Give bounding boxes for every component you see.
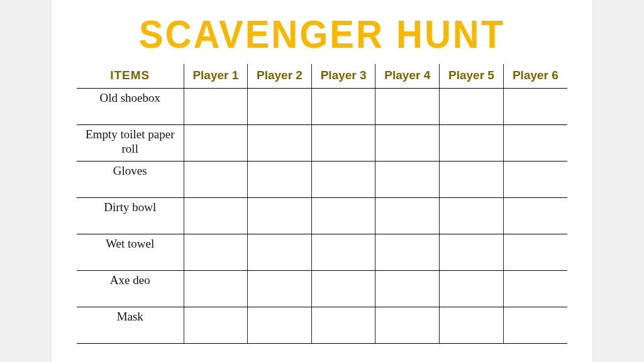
scavenger-sheet: ITEMS Player 1 Player 2 Player 3 Player …: [77, 64, 567, 344]
score-cell[interactable]: [184, 307, 248, 343]
score-cell[interactable]: [440, 124, 504, 161]
header-player-1: Player 1: [184, 64, 248, 88]
header-player-5: Player 5: [440, 64, 504, 88]
score-cell[interactable]: [248, 161, 312, 197]
item-cell: Gloves: [77, 161, 184, 197]
score-cell[interactable]: [184, 197, 248, 234]
item-cell: Mask: [77, 307, 184, 343]
document-page: SCAVENGER HUNT ITEMS Player 1 Player 2 P…: [52, 0, 592, 362]
page-title: SCAVENGER HUNT: [70, 11, 574, 57]
score-cell[interactable]: [184, 161, 248, 197]
header-player-6: Player 6: [503, 64, 567, 88]
score-cell[interactable]: [311, 234, 375, 270]
table-row: Gloves: [77, 161, 567, 197]
item-cell: Axe deo: [77, 270, 184, 307]
score-cell[interactable]: [311, 124, 375, 161]
item-cell: Wet towel: [77, 234, 184, 270]
score-cell[interactable]: [440, 234, 504, 270]
table-row: Wet towel: [77, 234, 567, 270]
score-cell[interactable]: [503, 234, 567, 270]
score-cell[interactable]: [311, 161, 375, 197]
score-cell[interactable]: [184, 124, 248, 161]
score-cell[interactable]: [503, 88, 567, 124]
score-cell[interactable]: [440, 161, 504, 197]
score-cell[interactable]: [184, 88, 248, 124]
header-player-2: Player 2: [248, 64, 312, 88]
header-items: ITEMS: [77, 64, 184, 88]
table-body: Old shoebox Empty toilet paper roll: [77, 88, 567, 343]
score-cell[interactable]: [375, 270, 440, 307]
item-cell: Old shoebox: [77, 88, 184, 124]
score-cell[interactable]: [375, 88, 440, 124]
score-cell[interactable]: [503, 270, 567, 307]
header-player-3: Player 3: [311, 64, 375, 88]
score-cell[interactable]: [311, 88, 375, 124]
score-cell[interactable]: [440, 270, 504, 307]
score-cell[interactable]: [375, 124, 440, 161]
table-row: Axe deo: [77, 270, 567, 307]
score-table: ITEMS Player 1 Player 2 Player 3 Player …: [77, 64, 567, 344]
item-cell: Empty toilet paper roll: [77, 124, 184, 161]
score-cell[interactable]: [248, 197, 312, 234]
score-cell[interactable]: [311, 307, 375, 343]
header-row: ITEMS Player 1 Player 2 Player 3 Player …: [77, 64, 567, 88]
score-cell[interactable]: [184, 270, 248, 307]
score-cell[interactable]: [503, 124, 567, 161]
table-row: Dirty bowl: [77, 197, 567, 234]
score-cell[interactable]: [311, 197, 375, 234]
score-cell[interactable]: [248, 124, 312, 161]
score-cell[interactable]: [248, 307, 312, 343]
score-cell[interactable]: [503, 307, 567, 343]
score-cell[interactable]: [375, 307, 440, 343]
header-player-4: Player 4: [375, 64, 440, 88]
score-cell[interactable]: [248, 270, 312, 307]
score-cell[interactable]: [248, 234, 312, 270]
score-cell[interactable]: [440, 307, 504, 343]
score-cell[interactable]: [311, 270, 375, 307]
score-cell[interactable]: [503, 197, 567, 234]
score-cell[interactable]: [375, 197, 440, 234]
score-cell[interactable]: [248, 88, 312, 124]
table-row: Mask: [77, 307, 567, 343]
item-cell: Dirty bowl: [77, 197, 184, 234]
score-cell[interactable]: [375, 234, 440, 270]
score-cell[interactable]: [440, 197, 504, 234]
table-row: Old shoebox: [77, 88, 567, 124]
score-cell[interactable]: [375, 161, 440, 197]
table-row: Empty toilet paper roll: [77, 124, 567, 161]
score-cell[interactable]: [440, 88, 504, 124]
score-cell[interactable]: [184, 234, 248, 270]
score-cell[interactable]: [503, 161, 567, 197]
